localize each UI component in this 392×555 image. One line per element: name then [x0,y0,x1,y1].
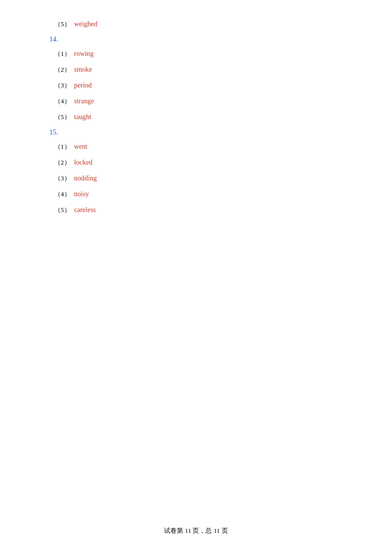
q13-item5-text: weighed [74,20,97,28]
q14-item2-label: （2） [54,65,74,74]
q15-item5-text: careless [74,206,96,214]
q15-item4: （4） noisy [49,190,343,199]
q15-item5: （5） careless [49,206,343,214]
q14-item3-text: period [74,82,92,89]
q14-item4: （4） strange [49,97,343,106]
q14-item4-label: （4） [54,97,74,106]
q14-item5-label: （5） [54,113,74,122]
q14-item1-text: rowing [74,50,94,58]
page-footer: 试卷第 11 页，总 11 页 [0,526,392,535]
q13-item5: （5） weighed [49,20,343,29]
q14-item4-text: strange [74,97,94,105]
q14-item2: （2） smoke [49,65,343,74]
q15-item1-label: （1） [54,142,74,151]
q15-item4-text: noisy [74,190,89,198]
page: （5） weighed 14. （1） rowing （2） smoke （3）… [0,0,392,555]
q15-item1-text: went [74,143,87,151]
q14-item3-label: （3） [54,81,74,90]
q15-item3: （3） nodding [49,174,343,183]
q14-number: 14. [49,36,343,43]
q15-item2-text: locked [74,159,92,167]
q15-number: 15. [49,128,343,136]
q14-item5-text: taught [74,113,91,121]
q15-item2: （2） locked [49,158,343,167]
q14-item5: （5） taught [49,113,343,122]
q14-item1-label: （1） [54,49,74,58]
q14-item3: （3） period [49,81,343,90]
q13-section: （5） weighed [49,20,343,29]
q14-item2-text: smoke [74,66,92,74]
q15-item3-label: （3） [54,174,74,183]
q15-item4-label: （4） [54,190,74,199]
q15-item5-label: （5） [54,206,74,214]
q14-item1: （1） rowing [49,49,343,58]
q14-section: 14. （1） rowing （2） smoke （3） period （4） … [49,36,343,122]
q13-item5-label: （5） [54,20,74,29]
q15-section: 15. （1） went （2） locked （3） nodding （4） … [49,128,343,214]
q15-item2-label: （2） [54,158,74,167]
q15-item3-text: nodding [74,174,97,182]
footer-text: 试卷第 11 页，总 11 页 [164,527,228,534]
q15-item1: （1） went [49,142,343,151]
